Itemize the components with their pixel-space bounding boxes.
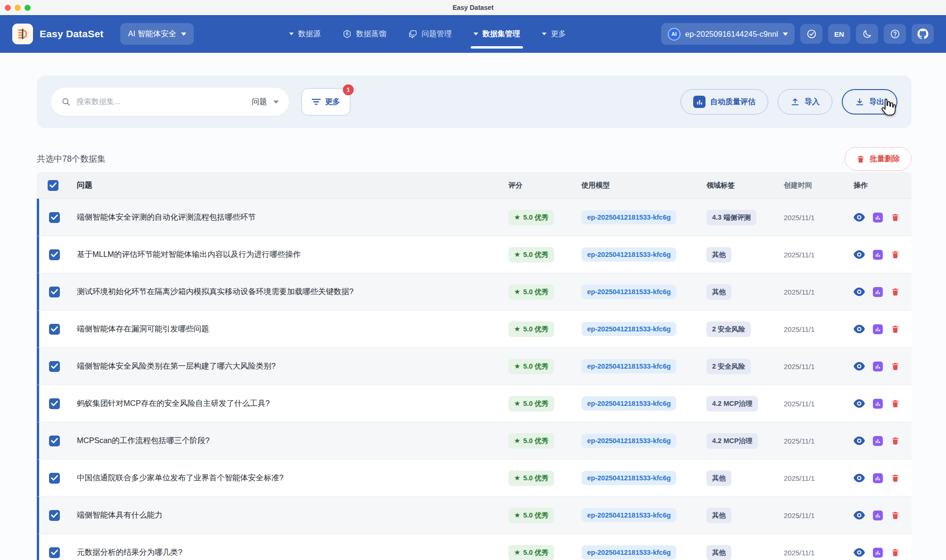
row-checkbox[interactable] <box>49 287 60 297</box>
delete-button[interactable] <box>891 362 900 371</box>
row-checkbox[interactable] <box>49 398 60 409</box>
quality-report-button[interactable] <box>873 250 883 260</box>
tasks-button[interactable] <box>800 24 822 44</box>
row-checkbox[interactable] <box>49 249 60 260</box>
toolbar-actions: 自动质量评估 导入 导出 <box>680 89 897 115</box>
model-badge[interactable]: ep-20250412181533-kfc6g <box>581 322 676 336</box>
quality-report-button[interactable] <box>873 287 883 297</box>
star-icon: ★ <box>514 399 520 408</box>
caret-down-icon <box>783 33 788 36</box>
delete-button[interactable] <box>891 473 900 483</box>
search-scope-select[interactable]: 问题 <box>245 97 279 107</box>
view-button[interactable] <box>854 548 865 557</box>
nav-item-questions[interactable]: 问题管理 <box>408 29 452 39</box>
model-badge[interactable]: ep-20250412181533-kfc6g <box>581 508 676 522</box>
app-logo-icon[interactable] <box>12 24 33 44</box>
model-selector[interactable]: AI ep-20250916144245-c9nnl <box>661 23 795 45</box>
nav-item-more[interactable]: 更多 <box>542 29 566 39</box>
model-badge[interactable]: ep-20250412181533-kfc6g <box>581 434 676 448</box>
delete-button[interactable] <box>891 250 900 259</box>
view-button[interactable] <box>854 362 865 371</box>
select-all-checkbox[interactable] <box>48 180 58 191</box>
header-question: 问题 <box>69 180 503 190</box>
delete-button[interactable] <box>891 436 900 445</box>
nav-item-datasets[interactable]: 数据集管理 <box>473 29 520 39</box>
ai-model-icon: AI <box>668 28 680 41</box>
delete-button[interactable] <box>891 287 900 296</box>
view-button[interactable] <box>854 474 865 482</box>
created-date: 2025/11/1 <box>776 549 847 557</box>
quality-report-button[interactable] <box>873 362 883 371</box>
auto-quality-evaluate-button[interactable]: 自动质量评估 <box>680 89 768 115</box>
caret-down-icon <box>289 33 294 35</box>
model-badge[interactable]: ep-20250412181533-kfc6g <box>581 471 676 485</box>
table-body: 端侧智能体安全评测的自动化评测流程包括哪些环节 ★5.0 优秀 ep-20250… <box>37 198 912 560</box>
question-text: 测试环境初始化环节在隔离沙箱内模拟真实移动设备环境需要加载哪些关键数据? <box>69 287 503 297</box>
eye-icon <box>854 474 865 482</box>
table-row: 蚂蚁集团针对MCP存在的安全风险自主研发了什么工具? ★5.0 优秀 ep-20… <box>37 385 912 422</box>
row-checkbox[interactable] <box>49 510 60 521</box>
import-button[interactable]: 导入 <box>778 89 832 115</box>
check-icon <box>51 289 58 295</box>
project-selector[interactable]: AI 智能体安全 <box>120 23 194 45</box>
quality-report-button[interactable] <box>873 324 883 334</box>
model-badge[interactable]: ep-20250412181533-kfc6g <box>581 396 676 411</box>
model-badge[interactable]: ep-20250412181533-kfc6g <box>581 285 676 299</box>
model-badge[interactable]: ep-20250412181533-kfc6g <box>581 359 676 373</box>
model-badge[interactable]: ep-20250412181533-kfc6g <box>581 247 676 262</box>
help-button[interactable] <box>884 24 906 44</box>
view-button[interactable] <box>854 250 865 259</box>
row-checkbox[interactable] <box>49 361 60 372</box>
check-icon <box>51 512 58 518</box>
star-icon: ★ <box>514 548 520 557</box>
project-selector-label: AI 智能体安全 <box>128 29 176 39</box>
row-checkbox[interactable] <box>49 324 60 335</box>
quality-report-button[interactable] <box>873 473 883 483</box>
bar-chart-icon <box>693 96 705 108</box>
batch-delete-button[interactable]: 批量删除 <box>845 147 912 171</box>
trash-icon <box>891 287 900 296</box>
quality-report-button[interactable] <box>873 436 883 446</box>
quality-report-button[interactable] <box>873 511 883 520</box>
dark-mode-button[interactable] <box>856 24 878 44</box>
upload-icon <box>790 97 800 107</box>
header-model: 使用模型 <box>576 181 701 190</box>
eye-icon <box>854 399 865 408</box>
delete-button[interactable] <box>891 399 900 408</box>
delete-button[interactable] <box>891 213 900 222</box>
nav-item-distill[interactable]: 数据蒸馏 <box>342 29 386 39</box>
eye-icon <box>854 362 865 371</box>
trash-icon <box>891 213 900 222</box>
quality-report-button[interactable] <box>873 548 883 558</box>
domain-tag-badge: 其他 <box>706 247 731 263</box>
view-button[interactable] <box>854 288 865 296</box>
view-button[interactable] <box>854 436 865 445</box>
row-checkbox[interactable] <box>49 473 60 484</box>
trash-icon <box>891 399 900 408</box>
search-input[interactable] <box>76 98 245 106</box>
trash-icon <box>891 548 900 557</box>
view-button[interactable] <box>854 325 865 333</box>
delete-button[interactable] <box>891 511 900 520</box>
view-button[interactable] <box>854 511 865 519</box>
table-row: 端侧智能体存在漏洞可能引发哪些问题 ★5.0 优秀 ep-20250412181… <box>37 310 912 347</box>
view-button[interactable] <box>854 399 865 408</box>
search-box[interactable]: 问题 <box>51 88 289 116</box>
row-checkbox[interactable] <box>49 547 60 558</box>
nav-item-data-source[interactable]: 数据源 <box>289 29 321 39</box>
star-icon: ★ <box>514 474 520 482</box>
mouse-cursor <box>878 97 898 121</box>
view-button[interactable] <box>854 213 865 222</box>
model-badge[interactable]: ep-20250412181533-kfc6g <box>581 545 676 560</box>
check-circle-icon <box>806 29 817 39</box>
row-checkbox[interactable] <box>49 436 60 446</box>
filter-more-button[interactable]: 更多 1 <box>301 88 350 115</box>
github-button[interactable] <box>912 24 934 44</box>
delete-button[interactable] <box>891 548 900 557</box>
quality-report-button[interactable] <box>873 213 883 222</box>
row-checkbox[interactable] <box>49 212 60 223</box>
quality-report-button[interactable] <box>873 399 883 409</box>
delete-button[interactable] <box>891 324 900 334</box>
language-button[interactable]: EN <box>828 24 850 44</box>
model-badge[interactable]: ep-20250412181533-kfc6g <box>581 210 676 224</box>
